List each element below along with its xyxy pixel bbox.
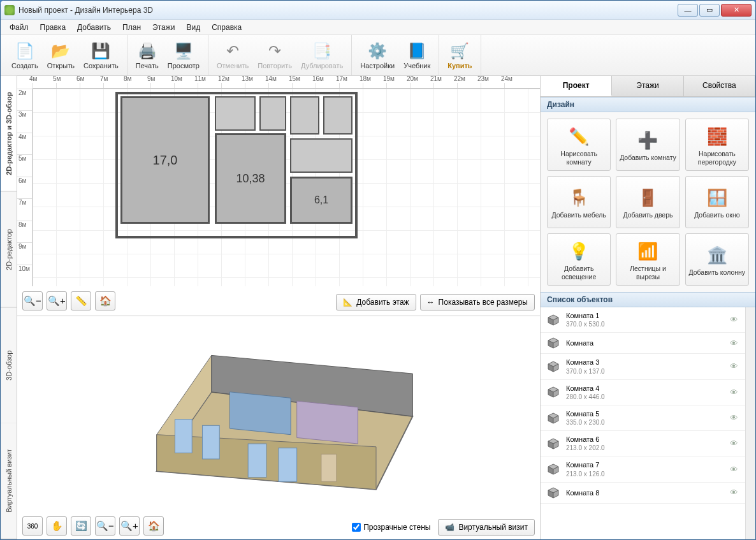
svg-rect-6 [175,420,192,453]
titlebar[interactable]: Новый проект - Дизайн Интерьера 3D — ▭ ✕ [1,1,755,20]
svg-rect-9 [279,448,297,482]
room-3[interactable]: 6,1 [290,177,353,224]
list-item[interactable]: Комната 7213.0 x 126.0👁 [541,456,745,482]
list-item[interactable]: Комната 3370.0 x 137.0👁 [541,354,745,379]
open-button[interactable]: 📂Открыть [43,39,79,71]
view-3d[interactable]: 360 ✋ 🔄 🔍− 🔍+ 🏠 Прозрачные стены 📹Виртуа… [17,316,540,539]
list-item[interactable]: Комната 4280.0 x 446.0👁 [541,380,745,405]
zoom-out-button[interactable]: 🔍− [22,291,43,310]
home-3d-button[interactable]: 🏠 [143,516,164,536]
print-button[interactable]: 🖨️Печать [131,39,163,71]
room-small-3[interactable] [290,96,319,135]
room-2[interactable]: 10,38 [215,133,286,224]
object-list[interactable]: Комната 1370.0 x 530.0👁Комната👁Комната 3… [541,307,745,539]
canvas-3d[interactable] [20,319,537,514]
add-floor-button[interactable]: 📐Добавить этаж [336,294,416,310]
visibility-icon[interactable]: 👁 [730,439,740,448]
list-item[interactable]: Комната 6213.0 x 202.0👁 [541,431,745,456]
canvas-2d[interactable]: 17,0 10,38 6,1 [33,89,540,286]
scrollbar[interactable] [745,307,755,539]
visibility-icon[interactable]: 👁 [730,315,740,325]
add-lighting-button[interactable]: 💡Добавить освещение [547,233,611,286]
save-button[interactable]: 💾Сохранить [79,39,123,71]
tab-properties[interactable]: Свойства [684,76,755,96]
printer-icon: 🖨️ [137,41,157,61]
draw-room-button[interactable]: ✏️Нарисовать комнату [547,119,611,171]
vtab-2d[interactable]: 2D-редактор [1,192,17,308]
menu-help[interactable]: Справка [207,21,247,34]
menu-floors[interactable]: Этажи [147,21,180,34]
tab-project[interactable]: Проект [541,76,612,96]
add-window-button[interactable]: 🪟Добавить окно [685,176,749,228]
orbit-button[interactable]: 🔄 [71,516,91,536]
stairs-cutouts-button[interactable]: 📶Лестницы и вырезы [616,233,680,286]
room-3d-render [20,319,537,514]
menu-edit[interactable]: Правка [35,21,71,34]
visibility-icon[interactable]: 👁 [730,339,740,348]
menu-view[interactable]: Вид [181,21,205,34]
cube-icon [546,437,561,450]
create-button[interactable]: 📄Создать [7,39,43,71]
room-small-2[interactable] [259,96,286,131]
preview-button[interactable]: 🖥️Просмотр [163,39,204,71]
tutorial-button[interactable]: 📘Учебник [399,39,435,71]
visibility-icon[interactable]: 👁 [730,488,740,497]
svg-rect-7 [202,425,219,459]
zoom-out-3d-button[interactable]: 🔍− [95,516,115,536]
rotate-360-button[interactable]: 360 [22,516,43,536]
zoom-in-3d-button[interactable]: 🔍+ [119,516,140,536]
virtual-visit-button[interactable]: 📹Виртуальный визит [438,519,535,536]
visibility-icon[interactable]: 👁 [730,465,740,474]
vtab-2d-3d[interactable]: 2D-редактор и 3D-обзор [1,76,17,192]
add-room-button[interactable]: ➕Добавить комнату [616,119,680,171]
folder-open-icon: 📂 [50,41,71,61]
cube-icon [546,337,561,349]
visibility-icon[interactable]: 👁 [730,361,740,371]
list-item[interactable]: Комната 1370.0 x 530.0👁 [541,307,745,333]
transparent-walls-checkbox[interactable]: Прозрачные стены [352,523,430,532]
list-item[interactable]: Комната👁 [541,333,745,354]
svg-rect-8 [248,444,266,478]
tab-floors[interactable]: Этажи [612,76,683,96]
view-2d[interactable]: 4м5м6м7м8м9м10м11м12м13м14м15м16м17м18м1… [17,76,540,316]
list-item[interactable]: Комната 5335.0 x 230.0👁 [541,405,745,431]
settings-button[interactable]: ⚙️Настройки [356,39,399,71]
new-file-icon: 📄 [15,41,35,61]
stairs-icon: 📐 [343,298,353,307]
visibility-icon[interactable]: 👁 [730,413,740,423]
zoom-in-button[interactable]: 🔍+ [47,291,67,310]
vtab-virtual[interactable]: Виртуальный визит [1,423,17,539]
visibility-icon[interactable]: 👁 [730,388,740,397]
room-small-1[interactable] [215,96,256,131]
pan-button[interactable]: ✋ [47,516,67,536]
duplicate-button[interactable]: 📑Дублировать [296,39,347,71]
menu-file[interactable]: Файл [4,21,34,34]
ruler-button[interactable]: 📏 [71,291,91,310]
maximize-button[interactable]: ▭ [699,4,720,17]
window-icon: 🪟 [706,186,729,209]
redo-button[interactable]: ↷Повторить [253,39,296,71]
add-column-button[interactable]: 🏛️Добавить колонну [685,233,749,286]
minimize-button[interactable]: — [678,4,698,17]
home-button[interactable]: 🏠 [95,291,115,310]
close-button[interactable]: ✕ [721,4,752,17]
vtab-3d[interactable]: 3D-обзор [1,308,17,424]
camera-icon: 📹 [445,523,454,532]
dimensions-icon: ↔ [427,298,435,307]
monitor-icon: 🖥️ [173,41,194,61]
menu-plan[interactable]: План [117,21,146,34]
room-small-5[interactable] [290,138,353,173]
add-furniture-button[interactable]: 🪑Добавить мебель [547,176,611,228]
add-door-button[interactable]: 🚪Добавить дверь [616,176,680,228]
buy-button[interactable]: 🛒Купить [443,39,476,71]
room-small-4[interactable] [323,96,353,135]
svg-marker-5 [297,401,358,444]
book-icon: 📘 [407,41,427,61]
list-item[interactable]: Комната 8👁 [541,483,745,504]
show-dimensions-button[interactable]: ↔Показывать все размеры [420,294,535,310]
undo-button[interactable]: ↶Отменить [212,39,253,71]
menu-add[interactable]: Добавить [72,21,116,34]
room-1[interactable]: 17,0 [120,96,210,224]
draw-partition-button[interactable]: 🧱Нарисовать перегородку [685,119,749,171]
cube-icon [546,314,561,326]
